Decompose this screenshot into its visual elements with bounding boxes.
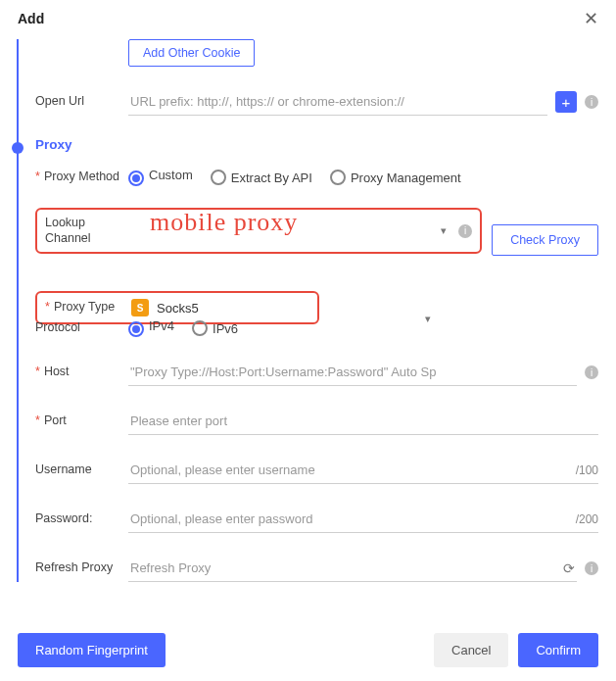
- confirm-button[interactable]: Confirm: [518, 633, 598, 667]
- radio-ipv4[interactable]: IPv4: [128, 318, 174, 337]
- close-icon[interactable]: ✕: [584, 8, 598, 29]
- protocol-radio-group: IPv4 IPv6: [128, 318, 238, 337]
- refresh-icon[interactable]: ⟳: [563, 560, 575, 576]
- radio-api-label: Extract By API: [231, 170, 312, 185]
- info-icon[interactable]: i: [585, 95, 598, 109]
- radio-ipv4-label: IPv4: [149, 318, 174, 333]
- check-proxy-button[interactable]: Check Proxy: [492, 224, 598, 256]
- proxy-section-title: Proxy: [35, 137, 598, 152]
- proxy-section-label: Proxy: [35, 137, 72, 152]
- password-input[interactable]: [128, 506, 598, 533]
- proxy-section-dot: [12, 142, 24, 154]
- refresh-proxy-input[interactable]: [128, 555, 577, 582]
- radio-ipv6[interactable]: IPv6: [192, 320, 238, 336]
- port-label: Port: [35, 413, 128, 429]
- open-url-input[interactable]: [128, 88, 547, 116]
- radio-mgmt-label: Proxy Management: [351, 170, 461, 185]
- username-label: Username: [35, 462, 128, 478]
- host-label: Host: [35, 365, 128, 380]
- radio-custom[interactable]: Custom: [128, 168, 193, 186]
- lookup-channel-label: Lookup Channel: [45, 216, 114, 246]
- proxy-type-value[interactable]: Socks5: [157, 301, 199, 316]
- radio-extract-api[interactable]: Extract By API: [211, 170, 312, 185]
- host-input[interactable]: [128, 359, 577, 386]
- username-input[interactable]: [128, 457, 598, 484]
- dialog-title: Add: [18, 11, 44, 26]
- open-url-label: Open Url: [35, 94, 128, 110]
- random-fingerprint-button[interactable]: Random Fingerprint: [18, 633, 166, 667]
- lookup-channel-highlight: Lookup Channel mobile proxy ▾ i: [35, 208, 482, 254]
- refresh-info-icon[interactable]: i: [585, 561, 598, 575]
- timeline-line: [17, 39, 19, 582]
- add-url-button[interactable]: +: [555, 91, 577, 113]
- lookup-dropdown-caret[interactable]: ▾: [441, 224, 452, 237]
- protocol-label: Protocol: [35, 320, 128, 336]
- proxy-type-label: Proxy Type: [45, 300, 131, 316]
- host-info-icon[interactable]: i: [585, 365, 598, 379]
- radio-proxy-mgmt[interactable]: Proxy Management: [330, 170, 461, 185]
- socks5-badge-icon: S: [131, 299, 149, 316]
- port-input[interactable]: [128, 408, 598, 435]
- radio-ipv6-label: IPv6: [213, 321, 238, 336]
- lookup-info-icon[interactable]: i: [458, 224, 472, 238]
- add-other-cookie-button[interactable]: Add Other Cookie: [128, 39, 255, 67]
- password-label: Password:: [35, 511, 128, 527]
- mobile-proxy-annotation: mobile proxy: [150, 208, 298, 237]
- proxy-method-radio-group: Custom Extract By API Proxy Management: [128, 168, 461, 186]
- proxy-method-label: Proxy Method: [35, 170, 128, 185]
- refresh-proxy-label: Refresh Proxy: [35, 560, 128, 576]
- cancel-button[interactable]: Cancel: [434, 633, 508, 667]
- radio-custom-label: Custom: [149, 168, 193, 182]
